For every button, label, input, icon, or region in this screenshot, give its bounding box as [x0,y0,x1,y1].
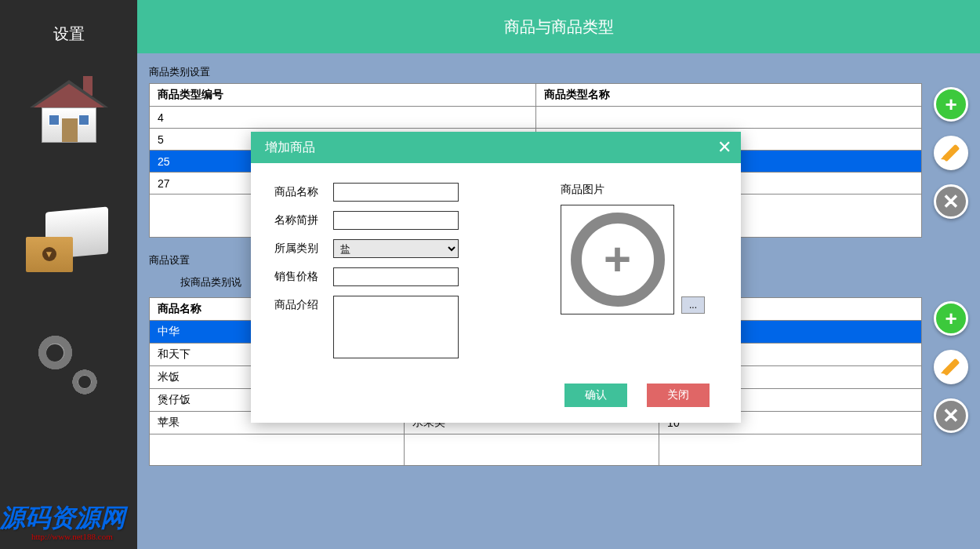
sidebar-nav: ▼ [0,84,137,405]
edit-category-button[interactable] [934,136,968,170]
add-category-button[interactable]: + [934,87,968,122]
table-row[interactable]: 4 [150,107,922,129]
folder-box-icon[interactable]: ▼ [26,202,112,272]
add-product-button[interactable]: + [934,301,968,336]
description-textarea[interactable] [333,296,459,358]
price-input[interactable] [333,267,459,286]
category-panel-title: 商品类别设置 [149,57,968,83]
category-select[interactable]: 盐 [333,239,459,258]
col-category-id: 商品类型编号 [150,84,536,107]
product-name-input[interactable] [333,183,459,202]
label-product-name: 商品名称 [274,183,325,199]
settings-gears-icon[interactable] [30,327,108,405]
add-product-modal: 增加商品 ✕ 商品名称 名称简拼 所属类别 盐 销售价格 [251,132,741,423]
image-upload-box[interactable]: + ... [561,205,674,314]
close-button[interactable]: 关闭 [647,384,710,407]
confirm-button[interactable]: 确认 [564,384,627,407]
close-icon[interactable]: ✕ [717,137,731,158]
label-pinyin: 名称简拼 [274,211,325,227]
label-image: 商品图片 [561,183,717,197]
watermark: 源码资源网 http://www.net188.com [0,501,125,541]
page-header: 商品与商品类型 [137,0,980,53]
sidebar-title: 设置 [0,0,137,60]
pinyin-input[interactable] [333,211,459,230]
delete-category-button[interactable]: ✕ [934,184,968,219]
browse-button[interactable]: ... [681,296,705,314]
label-desc: 商品介绍 [274,296,325,312]
label-price: 销售价格 [274,267,325,284]
delete-product-button[interactable]: ✕ [934,398,968,433]
edit-product-button[interactable] [934,350,968,384]
home-icon[interactable] [34,84,104,147]
table-row-empty [150,434,922,466]
plus-circle-icon: + [571,213,665,307]
sidebar: 设置 ▼ [0,0,137,549]
label-category: 所属类别 [274,239,325,256]
col-category-name: 商品类型名称 [535,84,922,107]
product-actions: + ✕ [934,297,968,433]
category-actions: + ✕ [934,83,968,219]
modal-title: 增加商品 [265,140,315,156]
modal-header: 增加商品 ✕ [251,132,741,163]
